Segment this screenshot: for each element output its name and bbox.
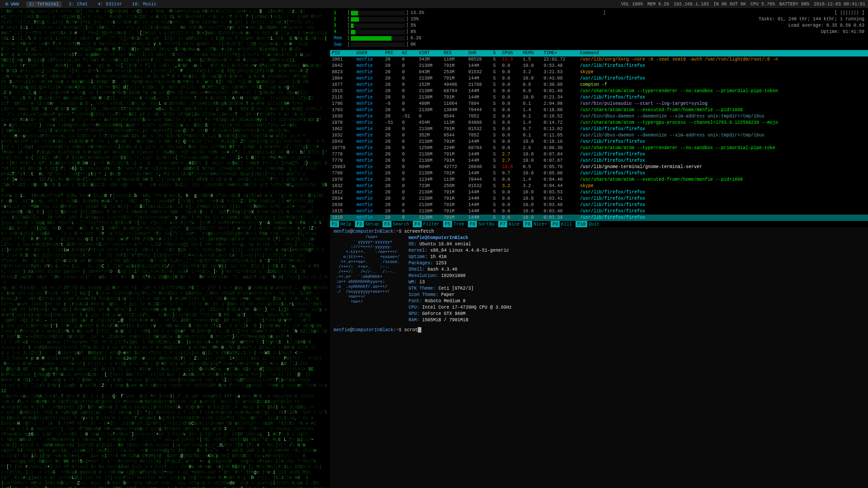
footer-key-f9[interactable]: F9: [551, 221, 560, 227]
table-row[interactable]: 1061 menfie 20 0 343M 116M 86528 S 13.3 …: [330, 56, 868, 63]
topbar-right: VOL 100% MEM 6.2G 192.168.1.103 IN 0K OU…: [621, 2, 865, 7]
htop-footer: F1HelpF2SetupF3SearchF4FilterF5TreeF6Sor…: [330, 221, 868, 227]
col-shr: SHR: [467, 50, 491, 56]
table-row[interactable]: 7778 menfie 20 0 2138M 791M 144M S 2.7 1…: [330, 151, 868, 158]
footer-label-f1: Help: [340, 221, 352, 227]
table-row[interactable]: 1062 menfie 20 0 2138M 791M 91532 S 0.0 …: [330, 126, 868, 132]
screenfetch-output: /soo+ yyyyy+-yyyyyy+ :///++++/-yyyyyy- +…: [334, 235, 864, 324]
table-row[interactable]: 7779 menfie 20 0 2138M 791M 144M S 2.7 1…: [330, 158, 868, 164]
table-row[interactable]: 1796 menfie -6 0 480M 11064 7884 S 0.0 0…: [330, 101, 868, 107]
table-row[interactable]: 1970 menfie 20 0 1134M 113M 70444 S 0.0 …: [330, 177, 868, 183]
table-row[interactable]: 2115 menfie 20 0 2138M 791M 144M S 0.0 1…: [330, 94, 868, 101]
uptime-line: Uptime: 01:41:59: [603, 29, 864, 35]
footer-label-f9: Kill: [560, 221, 573, 227]
col-virt: VIRT: [417, 50, 442, 56]
screenfetch-info: menfie@ComputerInBlack OS: Ubuntu 16.04 …: [409, 235, 512, 324]
tasks-info: ] [ ||||||| ]: [603, 10, 864, 16]
footer-label-f3: Search: [392, 221, 410, 227]
col-res: RES: [442, 50, 467, 56]
tab-music[interactable]: 10: Music: [129, 1, 159, 7]
footer-label-f6: SortBy: [477, 221, 495, 227]
prompt-colon-1: :~$: [393, 229, 404, 234]
right-panel: 1 [ ] 13.3% 2 [ ] 15% 3 [ ]: [330, 8, 868, 488]
screenfetch-command: screenfetch: [404, 229, 434, 234]
terminal-panel: menfie@ComputerInBlack:~$ screenfetch /s…: [330, 227, 868, 488]
table-row[interactable]: 1703 menfie 20 0 2138M 1384M 70444 S 0.0…: [330, 107, 868, 113]
htop-cpu-bars: 1 [ ] 13.3% 2 [ ] 15% 3 [ ]: [332, 9, 597, 49]
footer-label-f4: Filter: [422, 221, 440, 227]
footer-label-f2: Setup: [364, 221, 380, 227]
process-table-body: 1061 menfie 20 0 343M 116M 86528 S 13.3 …: [330, 56, 868, 221]
terminal-cursor: [418, 327, 421, 333]
matrix-background: X760f Vv OXqZAOw![ypY:K?+m dG]:.SM->: Ex…: [0, 8, 330, 488]
terminal-prompt-area: menfie@ComputerInBlack:~$ scrot: [334, 327, 864, 333]
col-time: TIME+: [542, 50, 578, 56]
table-row[interactable]: 1812 menfie 20 0 2138M 791M 144M S 0.0 1…: [330, 189, 868, 196]
footer-key-f4[interactable]: F4: [413, 221, 422, 227]
table-row[interactable]: 1632 menfie 20 0 352M 9544 7052 S 0.0 0.…: [330, 132, 868, 139]
table-row[interactable]: 2038 menfie 20 0 2138M 791M 144M S 0.0 1…: [330, 202, 868, 208]
table-row[interactable]: 8823 menfie 20 0 943M 253M 91532 S 0.0 3…: [330, 69, 868, 75]
workspace-icon: ⊞: [5, 2, 8, 7]
current-command: scrot: [404, 328, 418, 333]
net-indicator: IN 0K OUT 0K: [713, 2, 746, 7]
process-table: PID USER PRI NI VIRT RES SHR S CPU% MEM%…: [330, 50, 868, 221]
footer-label-f8: Nice+: [533, 221, 548, 227]
col-mem: MEM%: [521, 50, 542, 56]
battery-indicator: BATTERY 98%: [779, 2, 809, 7]
table-row[interactable]: 10770 menfie 20 0 1258M 224M 68764 S 0.0…: [330, 145, 868, 151]
datetime-indicator: 2016-12-03 00:41:01: [814, 2, 865, 7]
table-row[interactable]: 1010 menfie 20 0 2138M 791M 144M S 0.0 1…: [330, 215, 868, 221]
prompt-sep-2: :~$: [393, 328, 404, 333]
vol-indicator: VOL 100%: [621, 2, 643, 7]
footer-key-f10[interactable]: F10: [576, 221, 587, 227]
table-row[interactable]: 1970 menfie -51 0 454M 113M 64888 S 0.0 …: [330, 120, 868, 126]
tab-terminal[interactable]: 2: Terminal: [26, 1, 61, 7]
workspace-indicator: ⊞ WWW: [3, 1, 22, 7]
footer-key-f1[interactable]: F1: [330, 221, 339, 227]
table-row[interactable]: 1804 menfie 20 0 2138M 791M 144M S 0.0 1…: [330, 75, 868, 82]
load-line: Load average: 0.35 0.58 0.63: [603, 23, 864, 29]
table-row[interactable]: 1630 menfie 20 -51 0 9544 7052 S 0.0 0.1…: [330, 113, 868, 120]
footer-label-f7: Nice: [508, 221, 520, 227]
table-row[interactable]: 2043 menfie 20 0 2138M 791M 144M S 0.0 1…: [330, 139, 868, 145]
process-table-container: PID USER PRI NI VIRT RES SHR S CPU% MEM%…: [330, 50, 868, 221]
col-pri: PRI: [383, 50, 400, 56]
footer-key-f6[interactable]: F6: [468, 221, 477, 227]
footer-key-f2[interactable]: F2: [355, 221, 364, 227]
htop-panel: 1 [ ] 13.3% 2 [ ] 15% 3 [ ]: [330, 8, 868, 227]
prompt-user-2: menfie: [334, 328, 350, 333]
prompt-host-2: ComputerInBlack: [353, 328, 393, 333]
col-pid: PID: [330, 50, 355, 56]
table-row[interactable]: 1677 menfie 20 0 152M 49496 21768 S 0.0 …: [330, 82, 868, 88]
ip-indicator: 192.168.1.103: [674, 2, 709, 7]
topbar-left: ⊞ WWW 2: Terminal 3: Chat 4: Editor 10: …: [3, 1, 159, 7]
col-cpu: CPU%: [500, 50, 521, 56]
right-bracket-bars: [ ||||||| ]: [835, 10, 864, 16]
footer-key-f8[interactable]: F8: [523, 221, 532, 227]
table-row[interactable]: 2915 menfie 20 0 2138M 68784 144M S 0.0 …: [330, 88, 868, 94]
topbar: ⊞ WWW 2: Terminal 3: Chat 4: Editor 10: …: [0, 0, 868, 8]
table-row[interactable]: 15983 menfie 20 0 604M 42772 26840 S 10.…: [330, 164, 868, 170]
table-row[interactable]: 2034 menfie 20 0 2138M 791M 144M S 0.0 1…: [330, 196, 868, 202]
col-ni: NI: [400, 50, 417, 56]
tab-chat[interactable]: 3: Chat: [66, 1, 90, 7]
table-row[interactable]: 1815 menfie 20 0 2138M 791M 144M S 0.0 1…: [330, 208, 868, 215]
footer-key-f3[interactable]: F3: [382, 221, 392, 227]
tab-editor[interactable]: 4: Editor: [95, 1, 125, 7]
mem-indicator: MEM 6.2G: [647, 2, 669, 7]
footer-label-f10: Quit: [588, 221, 600, 227]
table-row[interactable]: 2042 menfie 20 0 2138M 791M 144M S 0.0 1…: [330, 63, 868, 69]
footer-key-f7[interactable]: F7: [498, 221, 507, 227]
col-s: S: [491, 50, 500, 56]
prompt-user-1: menfie: [334, 229, 350, 234]
tasks-line: Tasks: 91, 240 thr; 144 kthr; 1 running: [603, 16, 864, 23]
col-user: USER: [355, 50, 383, 56]
footer-key-f5[interactable]: F5: [443, 221, 452, 227]
table-row[interactable]: 1832 menfie 20 0 723M 255M 91532 S 3.2 3…: [330, 183, 868, 189]
col-cmd: Command: [578, 50, 868, 56]
ubuntu-logo-ascii: /soo+ yyyyy+-yyyyyy+ :///++++/-yyyyyy- +…: [334, 235, 400, 324]
matrix-content: X760f Vv OXqZAOw![ypY:K?+m dG]:.SM->: Ex…: [0, 8, 330, 488]
cpu-indicator: CPU 5.76%: [750, 2, 775, 7]
table-row[interactable]: 7780 menfie 20 0 2138M 791M 144M S 0.7 1…: [330, 170, 868, 177]
